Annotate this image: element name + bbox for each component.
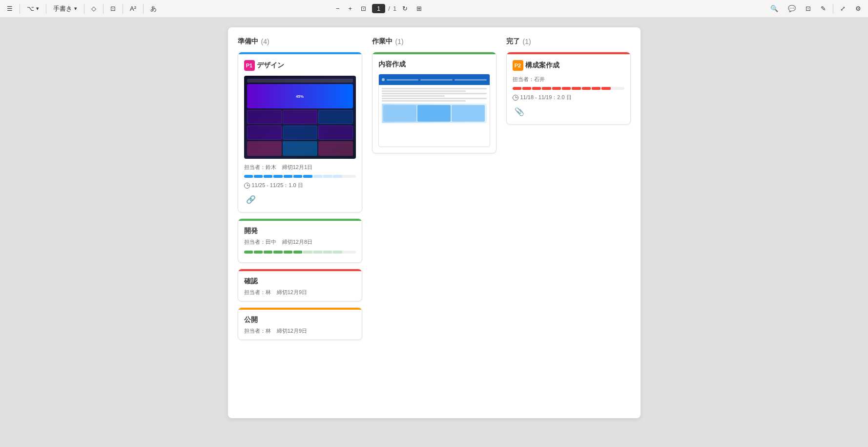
page-current: 1 <box>377 5 380 12</box>
shape-tool-button[interactable]: ⌥ ▾ <box>24 3 42 14</box>
doc-content-area <box>379 85 490 128</box>
card-development[interactable]: 開発 担当者：田中 締切12月8日 <box>238 218 362 263</box>
preview-header <box>247 79 353 83</box>
text-button[interactable]: A² <box>127 3 139 14</box>
edit-button[interactable]: ✎ <box>818 3 829 14</box>
doc-bar-3 <box>455 79 487 81</box>
column-header-preparing: 準備中 (4) <box>238 37 362 46</box>
str-seg-1 <box>513 87 521 90</box>
progress-seg-6 <box>293 175 302 178</box>
doc-line-1 <box>382 88 487 89</box>
handwrite-button[interactable]: 手書き ▾ <box>50 2 80 15</box>
menu-button[interactable]: ☰ <box>4 3 16 14</box>
fit-screen-button[interactable]: ⊡ <box>358 3 369 14</box>
card-publish[interactable]: 公開 担当者：林 締切12月9日 <box>238 307 362 340</box>
dev-seg-10 <box>333 251 342 254</box>
card-publish-title: 公開 <box>238 310 362 327</box>
card-design[interactable]: P1 デザイン 45% <box>238 52 362 213</box>
dev-progress-bar <box>244 251 356 254</box>
eraser-button[interactable]: ◇ <box>88 3 99 14</box>
str-seg-4 <box>542 87 551 90</box>
card-structure[interactable]: P2 構成案作成 担当者：石井 <box>506 52 631 125</box>
share-button[interactable]: ⊡ <box>803 3 814 14</box>
progress-seg-9 <box>323 175 332 178</box>
dev-seg-9 <box>323 251 332 254</box>
progress-seg-3 <box>264 175 272 178</box>
clock-icon-design <box>244 183 250 189</box>
preview-sm-5 <box>283 126 317 140</box>
card-publish-deadline: 締切12月9日 <box>277 328 307 334</box>
divider-4 <box>103 4 103 14</box>
page-total: 1 <box>393 5 396 12</box>
preview-hero-text: 45% <box>296 94 304 99</box>
preview-row-1 <box>247 110 353 124</box>
card-design-title: デザイン <box>257 61 284 70</box>
rotate-button[interactable]: ↻ <box>399 3 411 14</box>
doc-bar-1 <box>387 79 419 81</box>
card-structure-progress <box>513 87 624 90</box>
progress-seg-8 <box>313 175 322 178</box>
card-structure-assignee: 担当者：石井 <box>513 76 545 82</box>
column-header-in-progress: 作業中 (1) <box>372 37 496 46</box>
preview-sm-4 <box>247 126 282 140</box>
zoom-in-button[interactable]: + <box>346 3 355 14</box>
input-button[interactable]: あ <box>147 2 160 15</box>
zoom-out-button[interactable]: − <box>333 3 343 14</box>
str-seg-9 <box>592 87 600 90</box>
card-content-title: 内容作成 <box>378 60 406 69</box>
progress-seg-2 <box>254 175 263 178</box>
dev-seg-6 <box>293 251 302 254</box>
preview-sm-6 <box>318 126 353 140</box>
settings-button[interactable]: ⚙ <box>852 3 864 14</box>
card-check-deadline: 締切12月9日 <box>277 289 307 295</box>
card-structure-body: P2 構成案作成 担当者：石井 <box>507 54 630 124</box>
doc-bar-2 <box>420 79 453 81</box>
comment-button[interactable]: 💬 <box>785 3 799 14</box>
card-structure-paperclip-button[interactable]: 📎 <box>513 105 526 118</box>
clock-icon-structure <box>513 95 518 101</box>
preview-row-2 <box>247 126 353 140</box>
column-header-done: 完了 (1) <box>506 37 631 46</box>
progress-seg-4 <box>273 175 282 178</box>
doc-header <box>379 74 490 85</box>
canvas: 準備中 (4) P1 デザイン 45% <box>0 18 868 447</box>
page-separator: / <box>388 5 390 12</box>
toolbar-center: − + ⊡ 1 / 1 ↻ ⊞ <box>333 3 425 14</box>
str-seg-6 <box>562 87 571 90</box>
divider-3 <box>84 4 84 14</box>
page-indicator: 1 <box>372 4 385 13</box>
card-content-doc-preview <box>378 74 490 147</box>
layers-button[interactable]: ⊞ <box>413 3 425 14</box>
card-structure-title-row: P2 構成案作成 <box>513 60 624 71</box>
divider-right-1 <box>833 4 833 14</box>
card-check-meta: 担当者：林 締切12月9日 <box>238 289 362 301</box>
card-design-meta: 担当者：鈴木 締切12月1日 <box>244 164 356 171</box>
str-seg-7 <box>572 87 580 90</box>
progress-seg-5 <box>284 175 292 178</box>
card-structure-meta: 担当者：石井 <box>513 76 624 83</box>
doc-dot-1 <box>382 78 385 81</box>
card-content-title-row: 内容作成 <box>378 60 490 69</box>
column-count-preparing: (4) <box>261 38 269 45</box>
doc-line-2 <box>382 90 466 92</box>
card-design-link-button[interactable]: 🔗 <box>244 193 258 206</box>
column-title-in-progress: 作業中 <box>372 37 393 46</box>
card-check[interactable]: 確認 担当者：林 締切12月9日 <box>238 269 362 301</box>
kanban-board: 準備中 (4) P1 デザイン 45% <box>228 27 641 418</box>
card-design-progress <box>244 175 356 178</box>
priority-badge-p2: P2 <box>513 60 523 71</box>
card-check-assignee: 担当者：林 <box>244 289 271 295</box>
view-button[interactable]: ⊡ <box>107 3 119 14</box>
search-button[interactable]: 🔍 <box>767 3 781 14</box>
card-content[interactable]: 内容作成 <box>372 52 496 153</box>
divider-1 <box>20 4 20 14</box>
expand-button[interactable]: ⤢ <box>837 3 848 14</box>
doc-line-6 <box>382 100 466 102</box>
card-development-progress <box>238 251 362 262</box>
divider-5 <box>123 4 123 14</box>
divider-2 <box>46 4 46 14</box>
card-development-assignee: 担当者：田中 <box>244 239 276 245</box>
preview-sm-2 <box>283 110 317 124</box>
str-seg-3 <box>532 87 541 90</box>
divider-6 <box>143 4 144 14</box>
